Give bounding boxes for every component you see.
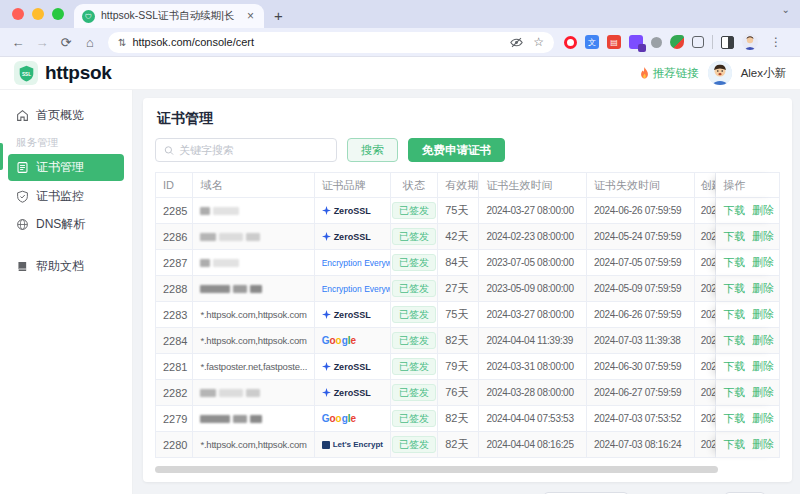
extensions-puzzle-icon[interactable] — [692, 36, 704, 48]
home-icon[interactable]: ⌂ — [80, 35, 100, 50]
delete-link[interactable]: 删除 — [752, 333, 774, 348]
forward-icon[interactable]: → — [32, 35, 52, 50]
col-created: 创建时间 — [695, 173, 717, 198]
cell-status: 已签发 — [391, 432, 438, 458]
cell-end-time: 2024-07-03 08:16:24 — [587, 432, 695, 458]
minimize-window-button[interactable] — [32, 8, 44, 20]
cell-id: 2285 — [156, 198, 193, 224]
download-link[interactable]: 下载 — [723, 281, 745, 296]
reload-icon[interactable]: ⟳ — [56, 35, 76, 50]
delete-link[interactable]: 删除 — [752, 411, 774, 426]
download-link[interactable]: 下载 — [723, 203, 745, 218]
flame-icon — [639, 67, 650, 79]
cell-domain — [193, 224, 314, 250]
browser-profile-avatar[interactable] — [742, 34, 758, 50]
download-link[interactable]: 下载 — [723, 359, 745, 374]
browser-menu-icon[interactable]: ⋮ — [766, 35, 786, 49]
cell-domain — [193, 380, 314, 406]
new-tab-button[interactable]: + — [264, 7, 295, 28]
search-input[interactable] — [179, 144, 328, 156]
cert-management-card: 证书管理 搜索 免费申请证书 ID 域名 证书品牌 状态 有效期 — [143, 98, 792, 482]
opera-extension-icon[interactable] — [564, 36, 577, 49]
cell-domain — [193, 406, 314, 432]
table-row: 2281*.fastposter.net,fastposte...ZeroSSL… — [156, 354, 779, 380]
delete-link[interactable]: 删除 — [752, 385, 774, 400]
sidebar-item-overview[interactable]: 首页概览 — [8, 102, 124, 128]
extensions-tray: 文 ▤ ⋮ — [558, 34, 792, 50]
cell-id: 2286 — [156, 224, 193, 250]
download-link[interactable]: 下载 — [723, 255, 745, 270]
toolbar-divider — [712, 35, 713, 49]
cell-domain — [193, 250, 314, 276]
download-link[interactable]: 下载 — [723, 385, 745, 400]
gray-extension-icon[interactable] — [651, 37, 662, 48]
sidebar-item-cert-management[interactable]: 证书管理 — [8, 154, 124, 181]
cell-brand: ZeroSSL — [315, 354, 391, 380]
url-text[interactable]: httpsok.com/console/cert — [132, 36, 504, 48]
search-button[interactable]: 搜索 — [347, 138, 398, 162]
table-row: 2286ZeroSSL已签发42天2024-02-23 08:00:002024… — [156, 224, 779, 250]
masked-domain — [200, 207, 242, 215]
cell-start-time: 2024-03-27 08:00:00 — [479, 302, 587, 328]
download-link[interactable]: 下载 — [723, 437, 745, 452]
horizontal-scrollbar[interactable] — [155, 466, 780, 474]
delete-link[interactable]: 删除 — [752, 203, 774, 218]
svg-text:SSL: SSL — [21, 71, 30, 76]
download-link[interactable]: 下载 — [723, 411, 745, 426]
cell-id: 2282 — [156, 380, 193, 406]
delete-link[interactable]: 删除 — [752, 255, 774, 270]
search-box[interactable] — [155, 138, 337, 162]
username[interactable]: Alex小新 — [741, 66, 786, 81]
cell-id: 2287 — [156, 250, 193, 276]
browser-window: 🛡 httpsok-SSL证书自动续期|长 × + ⌄ ← → ⟳ ⌂ ⇅ ht… — [0, 0, 800, 494]
eye-slash-icon[interactable] — [510, 36, 523, 49]
close-window-button[interactable] — [12, 8, 24, 20]
dart-extension-icon[interactable] — [670, 35, 684, 49]
col-start: 证书生效时间 — [479, 173, 587, 198]
cell-status: 已签发 — [391, 380, 438, 406]
cell-brand: Google — [315, 328, 391, 354]
tab-close-icon[interactable]: × — [245, 9, 256, 23]
download-link[interactable]: 下载 — [723, 307, 745, 322]
purple-extension-icon[interactable] — [629, 35, 643, 49]
cell-operations: 下载删除 — [716, 224, 779, 250]
delete-link[interactable]: 删除 — [752, 359, 774, 374]
tab-search-chevron-icon[interactable]: ⌄ — [782, 4, 790, 15]
download-link[interactable]: 下载 — [723, 333, 745, 348]
referral-link[interactable]: 推荐链接 — [639, 66, 699, 81]
cell-operations: 下载删除 — [716, 276, 779, 302]
cell-operations: 下载删除 — [716, 302, 779, 328]
maximize-window-button[interactable] — [52, 8, 64, 20]
sidebar-item-cert-monitor[interactable]: 证书监控 — [8, 183, 124, 209]
status-badge: 已签发 — [392, 202, 436, 219]
browser-tab[interactable]: 🛡 httpsok-SSL证书自动续期|长 × — [74, 4, 264, 28]
cell-validity: 75天 — [438, 302, 479, 328]
sidebar-item-dns[interactable]: DNS解析 — [8, 211, 124, 237]
delete-link[interactable]: 删除 — [752, 307, 774, 322]
delete-link[interactable]: 删除 — [752, 229, 774, 244]
download-link[interactable]: 下载 — [723, 229, 745, 244]
back-icon[interactable]: ← — [8, 35, 28, 50]
cell-brand: Google — [315, 406, 391, 432]
pdf-extension-icon[interactable]: ▤ — [607, 35, 621, 49]
cell-start-time: 2024-03-27 08:00:00 — [479, 198, 587, 224]
delete-link[interactable]: 删除 — [752, 437, 774, 452]
translate-extension-icon[interactable]: 文 — [585, 35, 599, 49]
page-title: 证书管理 — [157, 110, 778, 128]
user-avatar[interactable] — [708, 61, 732, 85]
scrollbar-thumb[interactable] — [155, 466, 718, 473]
apply-cert-button[interactable]: 免费申请证书 — [408, 138, 505, 162]
side-panel-icon[interactable] — [721, 36, 734, 49]
cell-end-time: 2024-06-26 07:59:59 — [587, 302, 695, 328]
site-settings-icon[interactable]: ⇅ — [118, 37, 126, 48]
home-outline-icon — [16, 109, 29, 122]
cell-domain: *.httpsok.com,httpsok.com — [193, 302, 314, 328]
app-logo[interactable]: SSL httpsok — [14, 61, 112, 85]
delete-link[interactable]: 删除 — [752, 281, 774, 296]
bookmark-star-icon[interactable]: ☆ — [533, 35, 544, 49]
sidebar-item-help-docs[interactable]: 帮助文档 — [8, 253, 124, 279]
cell-validity: 76天 — [438, 380, 479, 406]
address-bar[interactable]: ⇅ httpsok.com/console/cert ☆ — [108, 32, 554, 53]
zerossl-star-icon — [322, 232, 331, 241]
masked-domain — [200, 259, 242, 267]
